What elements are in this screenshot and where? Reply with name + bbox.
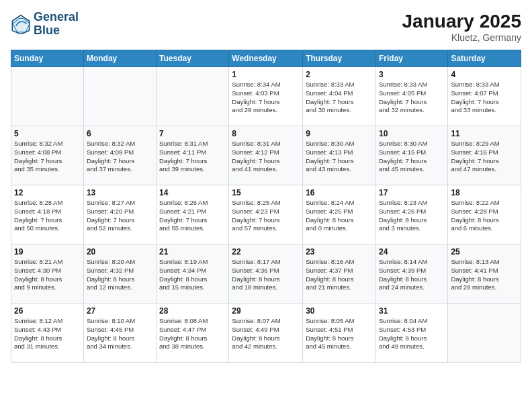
day-number: 9 [306,129,373,138]
weekday-row: SundayMondayTuesdayWednesdayThursdayFrid… [11,50,521,67]
day-info: Sunrise: 8:34 AM Sunset: 4:03 PM Dayligh… [232,81,300,115]
day-number: 10 [379,129,445,138]
header: General Blue January 2025 Kluetz, German… [11,11,521,43]
day-info: Sunrise: 8:12 AM Sunset: 4:43 PM Dayligh… [14,317,81,351]
calendar-cell: 15Sunrise: 8:25 AM Sunset: 4:23 PM Dayli… [229,185,303,244]
calendar-cell [448,304,521,363]
day-number: 1 [232,70,300,79]
calendar-cell: 3Sunrise: 8:33 AM Sunset: 4:05 PM Daylig… [375,67,447,126]
weekday-header: Monday [83,50,156,67]
calendar-cell: 22Sunrise: 8:17 AM Sunset: 4:36 PM Dayli… [229,244,303,304]
day-number: 25 [451,247,518,257]
day-number: 27 [87,306,153,316]
day-number: 30 [306,306,373,316]
day-number: 31 [379,306,445,316]
day-number: 7 [159,129,226,138]
calendar-cell: 11Sunrise: 8:29 AM Sunset: 4:16 PM Dayli… [448,126,521,185]
title-block: January 2025 Kluetz, Germany [402,11,521,43]
day-info: Sunrise: 8:05 AM Sunset: 4:51 PM Dayligh… [306,317,373,351]
calendar-cell: 14Sunrise: 8:26 AM Sunset: 4:21 PM Dayli… [157,185,229,244]
calendar-week-row: 19Sunrise: 8:21 AM Sunset: 4:30 PM Dayli… [11,244,521,304]
day-number: 17 [379,188,445,197]
day-number: 4 [451,70,518,79]
day-info: Sunrise: 8:14 AM Sunset: 4:39 PM Dayligh… [379,258,445,292]
day-number: 22 [232,247,300,257]
day-number: 26 [14,306,81,316]
day-info: Sunrise: 8:33 AM Sunset: 4:04 PM Dayligh… [306,81,373,115]
day-number: 18 [451,188,518,197]
day-number: 12 [14,188,81,197]
weekday-header: Wednesday [229,50,303,67]
calendar-week-row: 5Sunrise: 8:32 AM Sunset: 4:08 PM Daylig… [11,126,521,185]
day-info: Sunrise: 8:31 AM Sunset: 4:11 PM Dayligh… [159,140,226,174]
calendar-week-row: 12Sunrise: 8:28 AM Sunset: 4:18 PM Dayli… [11,185,521,244]
calendar-week-row: 1Sunrise: 8:34 AM Sunset: 4:03 PM Daylig… [11,67,521,126]
calendar-cell: 19Sunrise: 8:21 AM Sunset: 4:30 PM Dayli… [11,244,84,304]
weekday-header: Saturday [448,50,521,67]
calendar-cell: 20Sunrise: 8:20 AM Sunset: 4:32 PM Dayli… [83,244,156,304]
calendar-cell: 17Sunrise: 8:23 AM Sunset: 4:26 PM Dayli… [375,185,447,244]
day-info: Sunrise: 8:21 AM Sunset: 4:30 PM Dayligh… [14,258,81,292]
calendar-week-row: 26Sunrise: 8:12 AM Sunset: 4:43 PM Dayli… [11,304,521,363]
weekday-header: Thursday [303,50,376,67]
logo: General Blue [11,11,79,38]
day-number: 20 [87,247,153,257]
logo-line1: General [34,11,79,24]
calendar-cell: 8Sunrise: 8:31 AM Sunset: 4:12 PM Daylig… [229,126,303,185]
day-number: 14 [159,188,226,197]
day-info: Sunrise: 8:29 AM Sunset: 4:16 PM Dayligh… [451,140,518,174]
day-info: Sunrise: 8:32 AM Sunset: 4:09 PM Dayligh… [87,140,153,174]
day-number: 21 [159,247,226,257]
calendar-cell: 25Sunrise: 8:13 AM Sunset: 4:41 PM Dayli… [448,244,521,304]
day-number: 6 [87,129,153,138]
day-info: Sunrise: 8:20 AM Sunset: 4:32 PM Dayligh… [87,258,153,292]
calendar-cell: 31Sunrise: 8:04 AM Sunset: 4:53 PM Dayli… [375,304,447,363]
day-info: Sunrise: 8:22 AM Sunset: 4:28 PM Dayligh… [451,199,518,233]
calendar-cell: 26Sunrise: 8:12 AM Sunset: 4:43 PM Dayli… [11,304,84,363]
day-number: 24 [379,247,445,257]
weekday-header: Sunday [11,50,84,67]
calendar-cell: 28Sunrise: 8:08 AM Sunset: 4:47 PM Dayli… [157,304,229,363]
day-number: 11 [451,129,518,138]
calendar-table: SundayMondayTuesdayWednesdayThursdayFrid… [11,50,521,363]
day-number: 15 [232,188,300,197]
day-number: 5 [14,129,81,138]
day-info: Sunrise: 8:33 AM Sunset: 4:07 PM Dayligh… [451,81,518,115]
day-number: 13 [87,188,153,197]
day-number: 3 [379,70,445,79]
day-info: Sunrise: 8:07 AM Sunset: 4:49 PM Dayligh… [232,317,300,351]
calendar-cell: 4Sunrise: 8:33 AM Sunset: 4:07 PM Daylig… [448,67,521,126]
calendar-header: SundayMondayTuesdayWednesdayThursdayFrid… [11,50,521,67]
day-info: Sunrise: 8:19 AM Sunset: 4:34 PM Dayligh… [159,258,226,292]
day-number: 2 [306,70,373,79]
day-info: Sunrise: 8:31 AM Sunset: 4:12 PM Dayligh… [232,140,300,174]
calendar-cell: 6Sunrise: 8:32 AM Sunset: 4:09 PM Daylig… [83,126,156,185]
day-info: Sunrise: 8:30 AM Sunset: 4:15 PM Dayligh… [379,140,445,174]
calendar-cell: 29Sunrise: 8:07 AM Sunset: 4:49 PM Dayli… [229,304,303,363]
day-info: Sunrise: 8:25 AM Sunset: 4:23 PM Dayligh… [232,199,300,233]
calendar-body: 1Sunrise: 8:34 AM Sunset: 4:03 PM Daylig… [11,67,521,363]
calendar-cell: 12Sunrise: 8:28 AM Sunset: 4:18 PM Dayli… [11,185,84,244]
day-number: 19 [14,247,81,257]
day-info: Sunrise: 8:04 AM Sunset: 4:53 PM Dayligh… [379,317,445,351]
calendar-cell: 7Sunrise: 8:31 AM Sunset: 4:11 PM Daylig… [157,126,229,185]
weekday-header: Tuesday [157,50,229,67]
calendar-cell: 5Sunrise: 8:32 AM Sunset: 4:08 PM Daylig… [11,126,84,185]
day-number: 16 [306,188,373,197]
calendar-cell: 10Sunrise: 8:30 AM Sunset: 4:15 PM Dayli… [375,126,447,185]
calendar-cell: 30Sunrise: 8:05 AM Sunset: 4:51 PM Dayli… [303,304,376,363]
day-number: 23 [306,247,373,257]
calendar-cell: 24Sunrise: 8:14 AM Sunset: 4:39 PM Dayli… [375,244,447,304]
day-info: Sunrise: 8:08 AM Sunset: 4:47 PM Dayligh… [159,317,226,351]
day-info: Sunrise: 8:13 AM Sunset: 4:41 PM Dayligh… [451,258,518,292]
page: General Blue January 2025 Kluetz, German… [0,0,532,411]
day-number: 29 [232,306,300,316]
day-number: 28 [159,306,226,316]
calendar-cell: 2Sunrise: 8:33 AM Sunset: 4:04 PM Daylig… [303,67,376,126]
logo-line2: Blue [34,24,79,38]
calendar-cell: 18Sunrise: 8:22 AM Sunset: 4:28 PM Dayli… [448,185,521,244]
calendar-cell: 9Sunrise: 8:30 AM Sunset: 4:13 PM Daylig… [303,126,376,185]
day-info: Sunrise: 8:28 AM Sunset: 4:18 PM Dayligh… [14,199,81,233]
day-info: Sunrise: 8:33 AM Sunset: 4:05 PM Dayligh… [379,81,445,115]
day-info: Sunrise: 8:24 AM Sunset: 4:25 PM Dayligh… [306,199,373,233]
